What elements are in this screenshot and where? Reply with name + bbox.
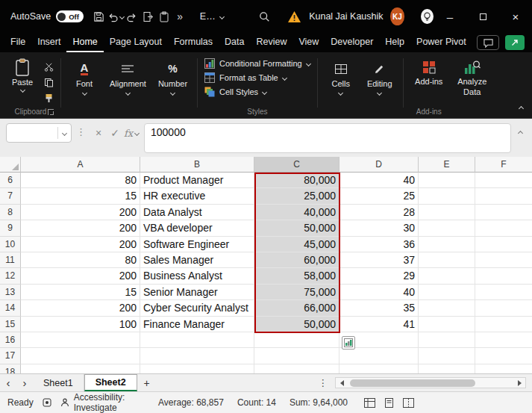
clipboard-button[interactable] [156, 6, 172, 27]
clipboard-dialog-launcher[interactable] [48, 109, 54, 115]
format-as-table-button[interactable]: Format as Table [201, 71, 313, 84]
column-header-B[interactable]: B [140, 157, 254, 173]
copy-button[interactable] [40, 75, 57, 89]
name-box[interactable] [6, 123, 72, 143]
tab-insert[interactable]: Insert [31, 33, 66, 52]
row-header-8[interactable]: 8 [0, 205, 21, 220]
scroll-right-button[interactable] [513, 378, 525, 388]
autosave-toggle[interactable]: Off [56, 10, 84, 22]
cell-E11[interactable] [419, 252, 475, 268]
close-button[interactable]: × [499, 0, 532, 33]
cell-F8[interactable] [475, 205, 532, 220]
cell-F13[interactable] [475, 285, 532, 300]
cell-D14[interactable]: 35 [339, 300, 419, 316]
save-button[interactable] [91, 6, 107, 27]
cell-C18[interactable] [254, 364, 339, 373]
status-sum[interactable]: Sum: 9,64,000 [290, 397, 348, 408]
quick-analysis-button[interactable] [342, 336, 355, 350]
conditional-formatting-button[interactable]: Conditional Formatting [201, 57, 313, 70]
macro-record-icon[interactable] [43, 398, 51, 407]
cut-button[interactable] [40, 60, 57, 73]
cell-B7[interactable]: HR executive [140, 188, 254, 204]
cell-E8[interactable] [419, 205, 475, 220]
row-header-14[interactable]: 14 [0, 300, 21, 316]
minimize-button[interactable]: – [434, 0, 466, 33]
cell-E15[interactable] [419, 317, 475, 332]
row-header-17[interactable]: 17 [0, 348, 21, 364]
page-break-view-button[interactable] [403, 398, 414, 408]
expand-formula-bar-button[interactable] [513, 123, 528, 143]
export-button[interactable] [140, 6, 156, 27]
cell-A13[interactable]: 15 [21, 285, 140, 300]
row-header-18[interactable]: 18 [0, 364, 21, 373]
cell-A7[interactable]: 15 [21, 188, 140, 204]
cell-C6[interactable]: 80,000 [254, 173, 339, 188]
row-header-6[interactable]: 6 [0, 173, 21, 188]
cancel-button[interactable]: × [90, 123, 107, 143]
cell-C9[interactable]: 50,000 [254, 220, 339, 236]
undo-button[interactable] [107, 6, 124, 27]
comments-button[interactable] [477, 35, 499, 50]
cell-F9[interactable] [475, 220, 532, 236]
cell-E9[interactable] [419, 220, 475, 236]
cell-C7[interactable]: 25,000 [254, 188, 339, 204]
cell-D9[interactable]: 30 [339, 220, 419, 236]
tab-developer[interactable]: Developer [325, 33, 379, 52]
redo-button[interactable] [124, 6, 140, 27]
select-all-corner[interactable] [0, 157, 21, 173]
sheet-tab-sheet2[interactable]: Sheet2 [84, 374, 137, 391]
cell-C16[interactable] [254, 332, 339, 348]
more-commands-button[interactable]: » [172, 6, 188, 27]
cell-E16[interactable] [419, 332, 475, 348]
drag-handle-icon[interactable]: ⋮ [76, 126, 86, 137]
share-button[interactable] [505, 35, 525, 50]
collapse-ribbon-button[interactable] [519, 106, 524, 111]
status-count[interactable]: Count: 14 [237, 397, 276, 408]
tab-page-layout[interactable]: Page Layout [104, 33, 168, 52]
lightbulb-icon[interactable] [421, 9, 434, 24]
new-sheet-button[interactable]: + [137, 374, 157, 391]
add-ins-button[interactable]: Add-ins [407, 55, 451, 87]
cell-F18[interactable] [475, 364, 532, 373]
row-header-12[interactable]: 12 [0, 268, 21, 284]
cell-F12[interactable] [475, 268, 532, 284]
scroll-left-button[interactable] [336, 378, 348, 388]
cell-B11[interactable]: Sales Manager [140, 252, 254, 268]
number-group-button[interactable]: % Number [152, 55, 193, 118]
alignment-group-button[interactable]: Alignment [104, 55, 152, 118]
paste-button[interactable]: Paste [4, 55, 40, 92]
row-header-11[interactable]: 11 [0, 252, 21, 268]
cell-A6[interactable]: 80 [21, 173, 140, 188]
row-header-7[interactable]: 7 [0, 188, 21, 204]
tab-home[interactable]: Home [66, 33, 103, 52]
cells-group-button[interactable]: Cells [322, 55, 360, 118]
cell-D15[interactable]: 41 [339, 317, 419, 332]
formula-input[interactable]: 100000 [144, 123, 511, 153]
license-warning-icon[interactable] [287, 10, 301, 23]
cell-F7[interactable] [475, 188, 532, 204]
tab-help[interactable]: Help [379, 33, 410, 52]
cell-B9[interactable]: VBA developer [140, 220, 254, 236]
cell-D13[interactable]: 40 [339, 285, 419, 300]
column-header-F[interactable]: F [475, 157, 532, 173]
cell-A15[interactable]: 100 [21, 317, 140, 332]
row-header-15[interactable]: 15 [0, 317, 21, 332]
cell-B18[interactable] [140, 364, 254, 373]
cell-E7[interactable] [419, 188, 475, 204]
cell-B8[interactable]: Data Analyst [140, 205, 254, 220]
cell-F14[interactable] [475, 300, 532, 316]
cell-A9[interactable]: 200 [21, 220, 140, 236]
column-header-D[interactable]: D [339, 157, 419, 173]
cell-A12[interactable]: 200 [21, 268, 140, 284]
cell-F10[interactable] [475, 237, 532, 252]
insert-function-button[interactable]: fx [123, 123, 140, 143]
cell-D11[interactable]: 37 [339, 252, 419, 268]
document-title[interactable]: E… [200, 11, 224, 22]
cell-C14[interactable]: 66,000 [254, 300, 339, 316]
horizontal-scrollbar[interactable] [335, 377, 526, 388]
cell-B15[interactable]: Finance Manager [140, 317, 254, 332]
cell-A17[interactable] [21, 348, 140, 364]
cell-A11[interactable]: 80 [21, 252, 140, 268]
analyze-data-button[interactable]: Analyze Data [451, 55, 494, 118]
editing-group-button[interactable]: Editing [360, 55, 399, 118]
